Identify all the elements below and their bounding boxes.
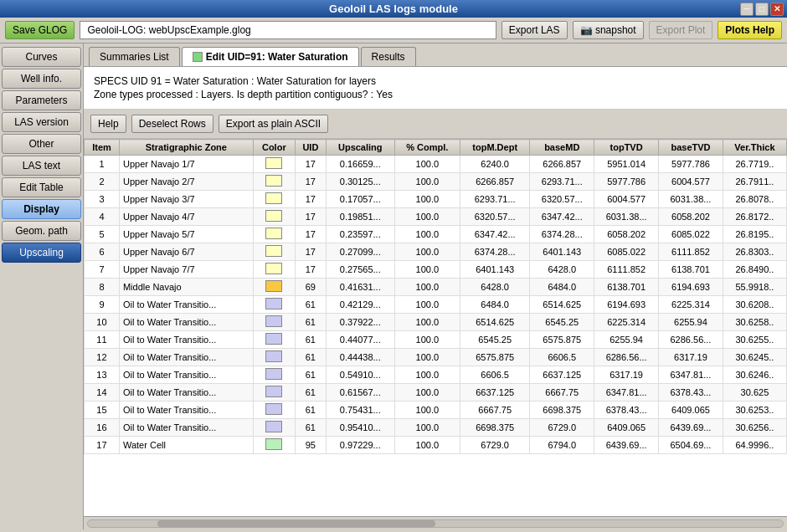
cell-toptvd: 6317.19 bbox=[594, 366, 659, 384]
cell-compl: 100.0 bbox=[394, 243, 460, 261]
data-table-container[interactable]: Item Stratigraphic Zone Color UID Upscal… bbox=[84, 139, 787, 516]
table-row[interactable]: 14Oil to Water Transitio...610.61567...1… bbox=[85, 384, 787, 402]
plots-help-button[interactable]: Plots Help bbox=[718, 21, 782, 39]
cell-topmd: 6240.0 bbox=[460, 156, 530, 173]
cell-basemd: 6266.857 bbox=[530, 156, 594, 173]
cell-topmd: 6545.25 bbox=[460, 331, 530, 349]
tab-results[interactable]: Results bbox=[361, 47, 416, 66]
cell-color bbox=[253, 437, 295, 454]
sidebar-item-other[interactable]: Other bbox=[2, 134, 81, 154]
scrollbar-track[interactable] bbox=[87, 519, 784, 528]
cell-thick: 26.8303.. bbox=[723, 243, 786, 261]
sidebar-item-display[interactable]: Display bbox=[2, 199, 81, 219]
cell-uid: 17 bbox=[295, 208, 326, 226]
sidebar-item-parameters[interactable]: Parameters bbox=[2, 90, 81, 110]
table-row[interactable]: 13Oil to Water Transitio...610.54910...1… bbox=[85, 366, 787, 384]
cell-thick: 30.6253.. bbox=[723, 402, 786, 419]
cell-toptvd: 6286.56... bbox=[594, 349, 659, 366]
maximize-button[interactable]: □ bbox=[755, 3, 769, 16]
cell-basemd: 6637.125 bbox=[530, 366, 594, 384]
cell-basetvd: 6409.065 bbox=[659, 402, 723, 419]
export-plot-button[interactable]: Export Plot bbox=[649, 21, 713, 39]
cell-toptvd: 6409.065 bbox=[594, 419, 659, 437]
col-header-zone: Stratigraphic Zone bbox=[119, 140, 253, 156]
cell-basetvd: 6138.701 bbox=[659, 261, 723, 279]
cell-uid: 17 bbox=[295, 226, 326, 243]
sidebar-item-geom-path[interactable]: Geom. path bbox=[2, 221, 81, 241]
sidebar-item-well-info[interactable]: Well info. bbox=[2, 69, 81, 89]
cell-upscaling: 0.37922... bbox=[326, 314, 394, 331]
table-row[interactable]: 2Upper Navajo 2/7170.30125...100.06266.8… bbox=[85, 173, 787, 191]
table-row[interactable]: 12Oil to Water Transitio...610.44438...1… bbox=[85, 349, 787, 366]
cell-basetvd: 6317.19 bbox=[659, 349, 723, 366]
color-swatch bbox=[265, 263, 282, 274]
table-row[interactable]: 15Oil to Water Transitio...610.75431...1… bbox=[85, 402, 787, 419]
cell-zone: Upper Navajo 2/7 bbox=[119, 173, 253, 191]
cell-basetvd: 6031.38... bbox=[659, 191, 723, 208]
table-row[interactable]: 4Upper Navajo 4/7170.19851...100.06320.5… bbox=[85, 208, 787, 226]
cell-thick: 26.7719.. bbox=[723, 156, 786, 173]
minimize-button[interactable]: ─ bbox=[740, 3, 754, 16]
cell-topmd: 6606.5 bbox=[460, 366, 530, 384]
cell-item: 3 bbox=[85, 191, 120, 208]
cell-color bbox=[253, 173, 295, 191]
cell-toptvd: 5951.014 bbox=[594, 156, 659, 173]
cell-zone: Upper Navajo 3/7 bbox=[119, 191, 253, 208]
color-swatch bbox=[265, 315, 282, 327]
help-button[interactable]: Help bbox=[90, 115, 126, 133]
cell-zone: Upper Navajo 1/7 bbox=[119, 156, 253, 173]
deselect-rows-button[interactable]: Deselect Rows bbox=[131, 115, 213, 133]
cell-topmd: 6347.42... bbox=[460, 226, 530, 243]
cell-basemd: 6545.25 bbox=[530, 314, 594, 331]
cell-item: 4 bbox=[85, 208, 120, 226]
cell-compl: 100.0 bbox=[394, 261, 460, 279]
snapshot-button[interactable]: 📷 snapshot bbox=[573, 21, 644, 39]
table-row[interactable]: 5Upper Navajo 5/7170.23597...100.06347.4… bbox=[85, 226, 787, 243]
table-row[interactable]: 9Oil to Water Transitio...610.42129...10… bbox=[85, 296, 787, 314]
cell-upscaling: 0.75431... bbox=[326, 402, 394, 419]
tab-color-indicator bbox=[193, 52, 203, 62]
sidebar-item-las-version[interactable]: LAS version bbox=[2, 112, 81, 132]
table-row[interactable]: 8Middle Navajo690.41631...100.06428.0648… bbox=[85, 279, 787, 296]
cell-zone: Water Cell bbox=[119, 437, 253, 454]
cell-basetvd: 6058.202 bbox=[659, 208, 723, 226]
table-row[interactable]: 3Upper Navajo 3/7170.17057...100.06293.7… bbox=[85, 191, 787, 208]
table-row[interactable]: 7Upper Navajo 7/7170.27565...100.06401.1… bbox=[85, 261, 787, 279]
sidebar-item-edit-table[interactable]: Edit Table bbox=[2, 177, 81, 197]
tab-edit-uid[interactable]: Edit UID=91: Water Saturation bbox=[182, 47, 359, 66]
export-ascii-button[interactable]: Export as plain ASCII bbox=[219, 115, 328, 133]
cell-item: 15 bbox=[85, 402, 120, 419]
table-row[interactable]: 17Water Cell950.97229...100.06729.06794.… bbox=[85, 437, 787, 454]
cell-item: 11 bbox=[85, 331, 120, 349]
scrollbar-thumb[interactable] bbox=[157, 520, 435, 527]
main-toolbar: Save GLOG Geoloil-LOG: webUpscExample.gl… bbox=[0, 18, 787, 43]
table-row[interactable]: 16Oil to Water Transitio...610.95410...1… bbox=[85, 419, 787, 437]
window-controls: ─ □ ✕ bbox=[740, 3, 784, 16]
close-button[interactable]: ✕ bbox=[770, 3, 784, 16]
table-row[interactable]: 11Oil to Water Transitio...610.44077...1… bbox=[85, 331, 787, 349]
horizontal-scrollbar[interactable] bbox=[84, 516, 787, 529]
color-swatch bbox=[265, 157, 282, 169]
cell-compl: 100.0 bbox=[394, 402, 460, 419]
cell-compl: 100.0 bbox=[394, 331, 460, 349]
cell-basetvd: 6085.022 bbox=[659, 226, 723, 243]
cell-basemd: 6575.875 bbox=[530, 331, 594, 349]
cell-uid: 69 bbox=[295, 279, 326, 296]
table-row[interactable]: 10Oil to Water Transitio...610.37922...1… bbox=[85, 314, 787, 331]
sidebar-item-upscaling[interactable]: Upscaling bbox=[2, 243, 81, 263]
color-swatch bbox=[265, 350, 282, 362]
col-header-item: Item bbox=[85, 140, 120, 156]
cell-color bbox=[253, 261, 295, 279]
table-row[interactable]: 6Upper Navajo 6/7170.27099...100.06374.2… bbox=[85, 243, 787, 261]
tab-summaries-list[interactable]: Summaries List bbox=[89, 47, 180, 66]
sidebar-item-las-text[interactable]: LAS text bbox=[2, 156, 81, 176]
cell-uid: 61 bbox=[295, 402, 326, 419]
cell-thick: 30.625 bbox=[723, 384, 786, 402]
table-row[interactable]: 1Upper Navajo 1/7170.16659...100.06240.0… bbox=[85, 156, 787, 173]
cell-thick: 30.6208.. bbox=[723, 296, 786, 314]
export-las-button[interactable]: Export LAS bbox=[502, 21, 568, 39]
sidebar-item-curves[interactable]: Curves bbox=[2, 47, 81, 67]
save-glog-button[interactable]: Save GLOG bbox=[5, 21, 75, 39]
cell-upscaling: 0.17057... bbox=[326, 191, 394, 208]
cell-basemd: 6514.625 bbox=[530, 296, 594, 314]
